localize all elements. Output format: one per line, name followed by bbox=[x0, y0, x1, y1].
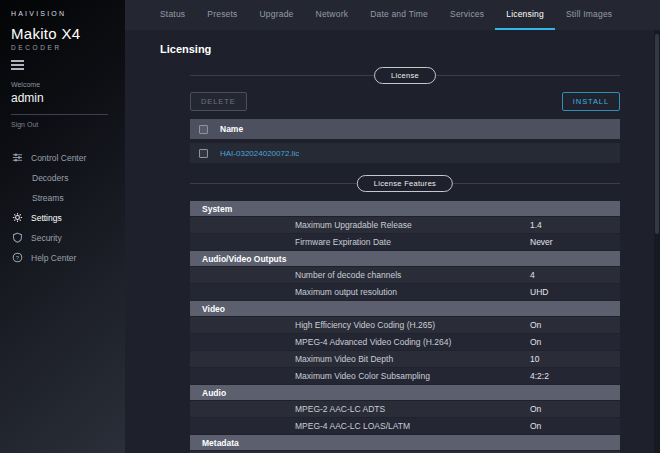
license-table: Name HAI-032024020072.lic bbox=[190, 119, 620, 163]
feature-row-mpeg-4-advanced-video-coding-h-264-: MPEG-4 Advanced Video Coding (H.264)On bbox=[190, 334, 620, 351]
page-title: Licensing bbox=[160, 43, 620, 55]
feature-value: 10 bbox=[530, 354, 620, 364]
shield-icon bbox=[11, 232, 23, 244]
license-row-checkbox[interactable] bbox=[199, 149, 208, 158]
feature-label: Maximum Video Color Subsampling bbox=[190, 371, 530, 381]
sidebar-item-label: Streams bbox=[32, 193, 64, 203]
sidebar-item-label: Security bbox=[31, 233, 62, 243]
content: Licensing License DELETE INSTALL Name HA… bbox=[125, 30, 660, 453]
features-section-divider: License Features bbox=[190, 175, 620, 192]
sidebar: HAIVISION Makito X4 DECODER Welcome admi… bbox=[0, 0, 125, 453]
feature-value: On bbox=[530, 320, 620, 330]
feature-section-audio-video-outputs: Audio/Video Outputs bbox=[190, 251, 620, 267]
feature-row-maximum-output-resolution: Maximum output resolutionUHD bbox=[190, 284, 620, 301]
sidebar-item-streams[interactable]: Streams bbox=[11, 188, 125, 208]
feature-section-system: System bbox=[190, 201, 620, 217]
feature-label: MPEG-4 Advanced Video Coding (H.264) bbox=[190, 337, 530, 347]
tab-services[interactable]: Services bbox=[439, 0, 495, 30]
feature-value: 1.4 bbox=[530, 220, 620, 230]
gear-icon bbox=[11, 212, 23, 224]
sidebar-item-decoders[interactable]: Decoders bbox=[11, 168, 125, 188]
sign-out-link[interactable]: Sign Out bbox=[11, 121, 125, 128]
feature-value: On bbox=[530, 337, 620, 347]
brand-logo: HAIVISION bbox=[11, 10, 125, 17]
welcome-label: Welcome bbox=[11, 81, 125, 88]
tab-upgrade[interactable]: Upgrade bbox=[249, 0, 305, 30]
feature-value: Never bbox=[530, 237, 620, 247]
feature-row-maximum-video-bit-depth: Maximum Video Bit Depth10 bbox=[190, 351, 620, 368]
license-section-badge: License bbox=[374, 67, 436, 84]
tab-still-images[interactable]: Still Images bbox=[555, 0, 623, 30]
feature-value: 4:2:2 bbox=[530, 371, 620, 381]
sidebar-item-settings[interactable]: Settings bbox=[11, 208, 125, 228]
delete-button[interactable]: DELETE bbox=[190, 92, 247, 111]
feature-label: Maximum Upgradable Release bbox=[190, 220, 530, 230]
feature-row-mpeg-4-aac-lc-loas-latm: MPEG-4 AAC-LC LOAS/LATMOn bbox=[190, 418, 620, 435]
feature-label: Maximum output resolution bbox=[190, 287, 530, 297]
tab-presets[interactable]: Presets bbox=[196, 0, 248, 30]
feature-row-mpeg-2-aac-lc-adts: MPEG-2 AAC-LC ADTSOn bbox=[190, 401, 620, 418]
main-area: StatusPresetsUpgradeNetworkDate and Time… bbox=[125, 0, 660, 453]
feature-section-audio: Audio bbox=[190, 385, 620, 401]
feature-value: On bbox=[530, 404, 620, 414]
device-type: DECODER bbox=[11, 44, 125, 51]
license-file-link[interactable]: HAI-032024020072.lic bbox=[220, 149, 299, 158]
sidebar-item-label: Control Center bbox=[31, 153, 86, 163]
tab-date-and-time[interactable]: Date and Time bbox=[359, 0, 439, 30]
app-window: HAIVISION Makito X4 DECODER Welcome admi… bbox=[0, 0, 660, 453]
feature-value: UHD bbox=[530, 287, 620, 297]
license-section-divider: License bbox=[190, 67, 620, 84]
license-table-header: Name bbox=[190, 119, 620, 139]
feature-row-maximum-upgradable-release: Maximum Upgradable Release1.4 bbox=[190, 217, 620, 234]
sidebar-nav: Control CenterDecodersStreamsSettingsSec… bbox=[11, 148, 125, 268]
feature-row-maximum-video-color-subsampling: Maximum Video Color Subsampling4:2:2 bbox=[190, 368, 620, 385]
sidebar-item-help-center[interactable]: ?Help Center bbox=[11, 248, 125, 268]
name-column-header: Name bbox=[220, 124, 243, 134]
feature-label: Number of decode channels bbox=[190, 270, 530, 280]
feature-row-high-efficiency-video-coding-h-265-: High Efficiency Video Coding (H.265)On bbox=[190, 317, 620, 334]
license-table-row: HAI-032024020072.lic bbox=[190, 143, 620, 163]
help-icon: ? bbox=[11, 252, 23, 264]
tab-status[interactable]: Status bbox=[149, 0, 196, 30]
sidebar-divider bbox=[11, 114, 108, 115]
sliders-icon bbox=[11, 152, 23, 164]
scrollbar-thumb[interactable] bbox=[655, 34, 659, 234]
install-button[interactable]: INSTALL bbox=[562, 92, 620, 111]
feature-value: 4 bbox=[530, 270, 620, 280]
tab-licensing[interactable]: Licensing bbox=[495, 0, 555, 30]
feature-section-video: Video bbox=[190, 301, 620, 317]
menu-icon[interactable] bbox=[11, 60, 25, 70]
features-section-badge: License Features bbox=[357, 175, 453, 192]
topnav-tabs: StatusPresetsUpgradeNetworkDate and Time… bbox=[125, 0, 660, 30]
sidebar-item-label: Settings bbox=[31, 213, 62, 223]
feature-label: High Efficiency Video Coding (H.265) bbox=[190, 320, 530, 330]
feature-label: Firmware Expiration Date bbox=[190, 237, 530, 247]
feature-value: On bbox=[530, 421, 620, 431]
feature-row-firmware-expiration-date: Firmware Expiration DateNever bbox=[190, 234, 620, 251]
license-toolbar: DELETE INSTALL bbox=[190, 92, 620, 111]
sidebar-item-control-center[interactable]: Control Center bbox=[11, 148, 125, 168]
sidebar-item-label: Decoders bbox=[32, 173, 68, 183]
feature-section-metadata: Metadata bbox=[190, 435, 620, 451]
product-name: Makito X4 bbox=[11, 25, 125, 42]
username: admin bbox=[11, 91, 125, 105]
feature-row-number-of-decode-channels: Number of decode channels4 bbox=[190, 267, 620, 284]
vertical-scrollbar[interactable] bbox=[654, 30, 660, 453]
feature-label: Maximum Video Bit Depth bbox=[190, 354, 530, 364]
feature-label: MPEG-2 AAC-LC ADTS bbox=[190, 404, 530, 414]
features-table: SystemMaximum Upgradable Release1.4Firmw… bbox=[190, 201, 620, 453]
sidebar-item-label: Help Center bbox=[31, 253, 76, 263]
svg-text:?: ? bbox=[15, 255, 19, 261]
tab-network[interactable]: Network bbox=[305, 0, 360, 30]
feature-label: MPEG-4 AAC-LC LOAS/LATM bbox=[190, 421, 530, 431]
select-all-checkbox[interactable] bbox=[199, 125, 208, 134]
sidebar-item-security[interactable]: Security bbox=[11, 228, 125, 248]
